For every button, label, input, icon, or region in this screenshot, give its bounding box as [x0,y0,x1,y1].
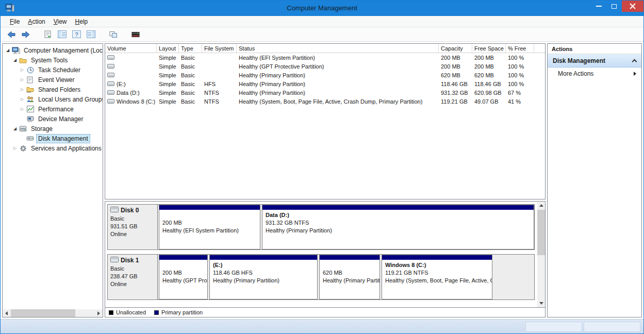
console-tree-panel: ◢ Computer Management (Local ◢ System To… [2,43,103,318]
close-icon [629,3,636,10]
disk-icon [110,257,119,264]
services-icon [19,144,27,152]
disk-info[interactable]: Disk 1 Basic 238.47 GB Online [108,255,158,299]
disk-management-toolbar-icon[interactable] [130,29,141,40]
tree-item-services-and-applications[interactable]: ▷ Services and Applications [3,143,103,153]
column-header-status[interactable]: Status [237,44,439,53]
actions-pane: Actions Disk Management More Actions [547,43,642,318]
export-list-icon[interactable] [42,29,53,40]
disk-size: 931.51 GB [110,223,155,230]
back-icon[interactable] [6,29,16,40]
tree-item-device-manager[interactable]: Device Manager [3,114,103,124]
column-header-volume[interactable]: Volume [105,44,157,53]
disk-view-vertical-scrollbar[interactable] [537,202,545,307]
disk-type: Basic [110,215,155,223]
volume-free-space: 49.07 GB [472,98,506,105]
volume-row[interactable]: (E:) Simple Basic HFS Healthy (Primary P… [105,79,545,88]
volume-layout: Simple [157,90,179,96]
expander-icon[interactable]: ▷ [11,146,19,151]
expander-icon[interactable]: ▷ [19,107,26,111]
expander-icon[interactable]: ▷ [19,97,26,102]
tree-item-system-tools[interactable]: ◢ System Tools [3,55,103,65]
volume-row[interactable]: Windows 8 (C:) Simple Basic NTFS Healthy… [105,97,545,106]
expander-icon[interactable]: ◢ [4,48,11,53]
help-icon[interactable]: ? [71,29,82,40]
column-header-pct-free[interactable]: % Free [506,44,534,53]
menu-view[interactable]: View [49,17,71,26]
volume-row[interactable]: Simple Basic Healthy (Primary Partition)… [105,71,545,79]
menu-file[interactable]: File [6,17,24,26]
more-actions-item[interactable]: More Actions [548,68,641,80]
system-tools-icon [19,56,27,64]
computer-management-window: Computer Management File Action View Hel… [0,0,644,334]
partition-size: 118.46 GB HFS [213,269,314,277]
tree-item-task-scheduler[interactable]: ▷ Task Scheduler [3,65,103,75]
partition-color-bar [262,205,534,210]
column-header-free-space[interactable]: Free Space [472,44,506,53]
volume-free-space: 200 MB [472,55,506,61]
volume-layout: Simple [157,98,179,105]
volume-list-header: Volume Layout Type File System Status Ca… [105,44,545,53]
tree-item-performance[interactable]: ▷ Performance [3,104,103,114]
scroll-down-icon[interactable] [537,299,545,307]
tree-item-label: Device Manager [36,114,85,124]
forward-icon[interactable] [20,29,31,40]
partition[interactable]: 620 MB Healthy (Primary Partition) [319,255,380,299]
scrollbar-thumb[interactable] [537,210,545,255]
tree-item-storage[interactable]: ◢ Storage [3,124,103,133]
cascade-windows-icon[interactable] [108,29,119,40]
volume-row[interactable]: Data (D:) Simple Basic NTFS Healthy (Pri… [105,88,545,97]
tree-item-event-viewer[interactable]: ▷ Event Viewer [3,75,103,85]
collapse-chevron-icon[interactable] [632,59,637,64]
volume-layout: Simple [157,55,179,61]
show-console-tree-icon[interactable] [57,29,68,40]
column-header-type[interactable]: Type [179,44,202,53]
titlebar[interactable]: Computer Management [1,1,643,16]
performance-icon [26,105,35,113]
tree-item-label: System Tools [29,56,70,65]
tree-horizontal-scrollbar[interactable] [3,309,103,317]
tree-item-disk-management[interactable]: Disk Management [3,133,103,143]
partition[interactable]: Data (D:) 931.32 GB NTFS Healthy (Primar… [262,205,534,249]
expander-icon[interactable]: ◢ [11,126,19,131]
device-manager-icon [26,115,35,123]
scroll-up-icon[interactable] [537,202,545,209]
partition-size: 931.32 GB NTFS [266,219,531,227]
tree-item-local-users-and-groups[interactable]: ▷ Local Users and Groups [3,94,103,104]
scroll-left-icon[interactable] [3,309,10,317]
volume-capacity: 200 MB [439,55,472,61]
scroll-right-icon[interactable] [95,309,103,317]
scrollbar-thumb[interactable] [11,309,75,317]
partition[interactable]: 200 MB Healthy (EFI System Partition) [159,205,260,249]
storage-icon [19,125,27,132]
partition[interactable]: 200 MB Healthy (GPT Protective Partition… [159,255,208,299]
volume-pct-free: 100 % [506,72,534,78]
column-header-capacity[interactable]: Capacity [439,44,472,53]
actions-disk-management-header[interactable]: Disk Management [548,54,641,68]
partition-name: (E:) [213,261,314,269]
partition[interactable]: Windows 8 (C:) 119.21 GB NTFS Healthy (S… [382,255,492,299]
expander-icon[interactable]: ▷ [19,87,26,92]
volume-type: Basic [179,72,202,78]
volume-row[interactable]: Simple Basic Healthy (GPT Protective Par… [105,62,545,71]
menu-action[interactable]: Action [24,17,49,26]
volume-layout: Simple [157,63,179,70]
menu-help[interactable]: Help [71,17,92,26]
disk-info[interactable]: Disk 0 Basic 931.51 GB Online [108,205,158,249]
show-action-pane-icon[interactable] [86,29,96,40]
partition[interactable]: (E:) 118.46 GB HFS Healthy (Primary Part… [209,255,318,299]
column-header-layout[interactable]: Layout [157,44,179,53]
column-header-file-system[interactable]: File System [202,44,237,53]
expander-icon[interactable]: ◢ [11,58,19,62]
tree-item-computer-management[interactable]: ◢ Computer Management (Local [3,45,103,55]
event-viewer-icon [26,76,35,84]
expander-icon[interactable]: ▷ [19,68,26,72]
partition-name: Windows 8 (C:) [385,261,489,269]
disk-name: Disk 1 [121,257,139,264]
tree-item-shared-folders[interactable]: ▷ Shared Folders [3,85,103,94]
expander-icon[interactable]: ▷ [19,77,26,82]
volume-name: (E:) [117,81,126,87]
status-bar [1,319,643,333]
volume-row[interactable]: Simple Basic Healthy (EFI System Partiti… [105,53,545,62]
volume-capacity: 620 MB [439,72,472,78]
